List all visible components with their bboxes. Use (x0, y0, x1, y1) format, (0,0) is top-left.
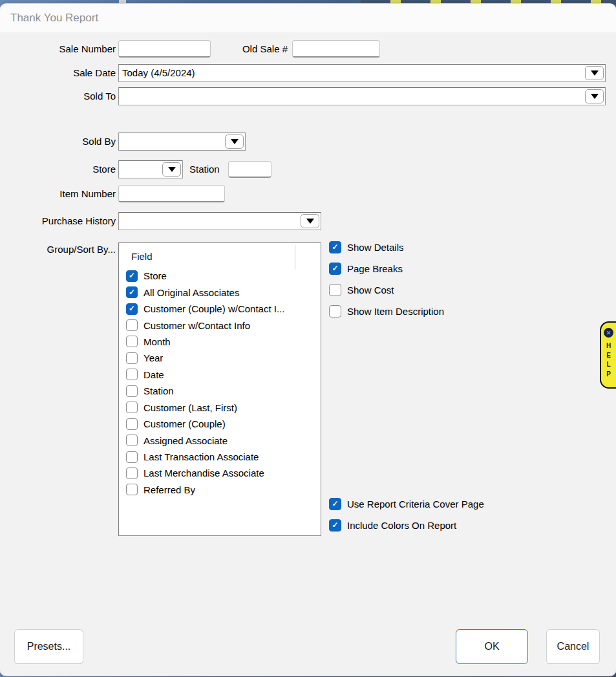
checkbox-row[interactable]: Show Details (329, 237, 444, 258)
checkbox-unchecked-icon[interactable] (126, 402, 138, 413)
checkbox-unchecked-icon[interactable] (329, 284, 341, 296)
checkbox-checked-icon[interactable] (329, 498, 341, 510)
checkbox-row[interactable]: Assigned Associate (119, 432, 321, 448)
sold-by-combobox[interactable] (118, 133, 246, 151)
checkbox-row[interactable]: Customer (Couple) w/Contact I... (119, 301, 321, 317)
thank-you-report-dialog: Thank You Report Sale Number Old Sale # … (0, 4, 616, 676)
checkbox-row[interactable]: Include Colors On Report (329, 515, 484, 536)
group-sort-list-items: StoreAll Original AssociatesCustomer (Co… (119, 268, 321, 498)
checkbox-row[interactable]: Referred By (119, 482, 321, 498)
sold-to-label: Sold To (12, 87, 116, 105)
checkbox-label: Store (143, 270, 167, 281)
checkbox-label: Show Item Description (347, 306, 444, 317)
sale-number-label: Sale Number (12, 40, 116, 58)
checkbox-label: Show Details (347, 242, 404, 253)
checkbox-row[interactable]: Page Breaks (329, 258, 444, 279)
sale-date-label: Sale Date (12, 64, 116, 81)
checkbox-unchecked-icon[interactable] (126, 418, 138, 430)
sold-by-value (122, 133, 224, 150)
help-letter: P (606, 370, 611, 380)
purchase-history-combobox[interactable] (118, 212, 321, 230)
checkbox-unchecked-icon[interactable] (126, 467, 138, 479)
checkbox-unchecked-icon[interactable] (126, 319, 138, 331)
checkbox-checked-icon[interactable] (329, 263, 341, 275)
checkbox-unchecked-icon[interactable] (126, 451, 138, 463)
checkbox-label: Customer (Last, First) (143, 402, 237, 413)
column-divider (295, 245, 295, 270)
dialog-titlebar[interactable]: Thank You Report (0, 4, 616, 32)
station-label: Station (189, 160, 225, 178)
checkbox-label: Customer (Couple) (143, 418, 226, 429)
presets-button[interactable]: Presets... (14, 629, 83, 664)
checkbox-unchecked-icon[interactable] (126, 352, 138, 364)
checkbox-unchecked-icon[interactable] (329, 305, 341, 317)
checkbox-row[interactable]: Month (119, 334, 321, 350)
sale-date-combobox[interactable]: Today (4/5/2024) (118, 64, 606, 82)
checkbox-row[interactable]: Show Item Description (329, 301, 444, 322)
checkbox-row[interactable]: Customer (Couple) (119, 416, 321, 432)
checkbox-row[interactable]: All Original Associates (119, 284, 321, 300)
checkbox-row[interactable]: Store (119, 268, 321, 284)
checkbox-checked-icon[interactable] (329, 241, 341, 253)
checkbox-label: Use Report Criteria Cover Page (347, 499, 484, 510)
close-icon[interactable]: ✕ (604, 328, 613, 338)
report-options-group: Use Report Criteria Cover PageInclude Co… (329, 493, 484, 536)
checkbox-label: Date (143, 369, 164, 380)
checkbox-checked-icon[interactable] (329, 519, 341, 532)
sold-to-value (122, 88, 584, 105)
checkbox-row[interactable]: Date (119, 367, 321, 383)
checkbox-label: Last Transaction Associate (143, 451, 259, 462)
ok-button[interactable]: OK (456, 629, 528, 664)
checkbox-row[interactable]: Show Cost (329, 279, 444, 301)
help-letter: L (606, 360, 610, 370)
help-letter: H (606, 341, 611, 351)
checkbox-checked-icon[interactable] (126, 286, 138, 298)
checkbox-label: Include Colors On Report (347, 520, 456, 531)
checkbox-row[interactable]: Station (119, 383, 321, 399)
checkbox-row[interactable]: Use Report Criteria Cover Page (329, 493, 484, 515)
store-combobox[interactable] (118, 160, 183, 178)
dropdown-arrow-icon[interactable] (162, 162, 181, 177)
dialog-title: Thank You Report (10, 4, 98, 32)
group-sort-listbox[interactable]: Field StoreAll Original AssociatesCustom… (118, 242, 321, 536)
checkbox-label: Station (143, 385, 174, 396)
dropdown-arrow-icon[interactable] (585, 89, 604, 103)
sale-number-input[interactable] (118, 40, 211, 58)
sold-to-combobox[interactable] (118, 87, 606, 105)
field-column-header: Field (131, 251, 153, 262)
checkbox-label: Customer w/Contact Info (143, 320, 250, 331)
checkbox-unchecked-icon[interactable] (126, 369, 138, 380)
help-tab-label: HELP (606, 341, 611, 379)
checkbox-label: Page Breaks (347, 263, 403, 274)
checkbox-label: Referred By (143, 484, 195, 495)
checkbox-row[interactable]: Last Transaction Associate (119, 449, 321, 465)
checkbox-label: Customer (Couple) w/Contact I... (143, 303, 284, 314)
checkbox-unchecked-icon[interactable] (126, 435, 138, 446)
checkbox-label: All Original Associates (143, 287, 239, 298)
purchase-history-label: Purchase History (12, 212, 116, 230)
sold-by-label: Sold By (12, 133, 116, 150)
dropdown-arrow-icon[interactable] (225, 134, 244, 149)
help-tab[interactable]: ✕ HELP (600, 321, 616, 389)
checkbox-unchecked-icon[interactable] (126, 336, 138, 347)
checkbox-checked-icon[interactable] (126, 270, 138, 282)
checkbox-row[interactable]: Customer (Last, First) (119, 400, 321, 416)
checkbox-unchecked-icon[interactable] (126, 484, 138, 495)
old-sale-number-input[interactable] (292, 40, 380, 58)
purchase-history-value (122, 213, 300, 230)
checkbox-row[interactable]: Last Merchandise Associate (119, 465, 321, 481)
store-label: Store (12, 160, 116, 178)
item-number-label: Item Number (12, 185, 116, 202)
cancel-button[interactable]: Cancel (546, 629, 600, 664)
sale-date-value: Today (4/5/2024) (122, 65, 584, 81)
checkbox-row[interactable]: Year (119, 350, 321, 366)
item-number-input[interactable] (118, 185, 225, 202)
checkbox-unchecked-icon[interactable] (126, 385, 138, 397)
checkbox-row[interactable]: Customer w/Contact Info (119, 317, 321, 333)
checkbox-checked-icon[interactable] (126, 303, 138, 315)
help-letter: E (606, 351, 611, 361)
dropdown-arrow-icon[interactable] (301, 214, 319, 228)
station-input[interactable] (228, 161, 271, 178)
dropdown-arrow-icon[interactable] (585, 66, 604, 80)
checkbox-label: Month (143, 336, 171, 347)
